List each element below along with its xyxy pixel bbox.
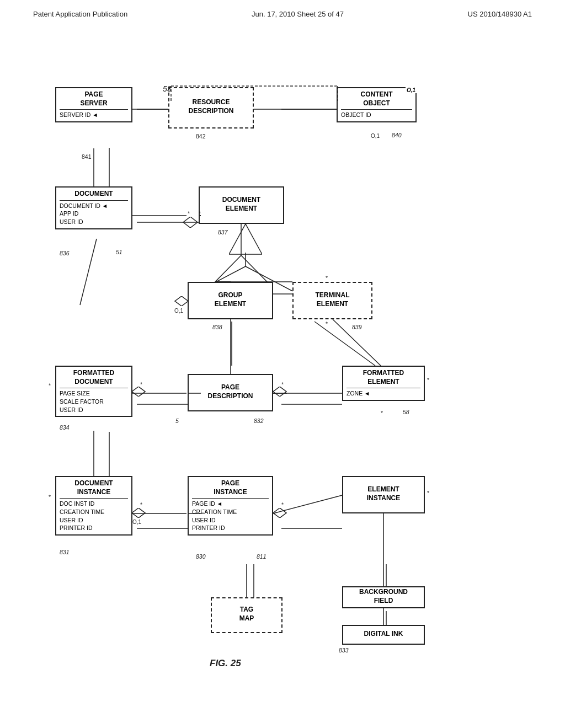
label-842: 842 — [196, 133, 206, 140]
diagram-area: PAGESERVER SERVER ID ◄ 841 RESOURCEDESCR… — [0, 24, 565, 686]
page-header: Patent Application Publication Jun. 17, … — [0, 0, 565, 18]
label-830: 830 — [196, 553, 206, 560]
svg-marker-16 — [175, 296, 188, 306]
inheritance-lines — [215, 255, 331, 283]
page-instance-fields: PAGE ID ◄ CREATION TIME USER ID PRINTER … — [192, 498, 269, 532]
formatted-element-box: FORMATTEDELEMENT ZONE ◄ — [342, 366, 425, 401]
ast-fmtdoc-left: * — [49, 382, 51, 389]
group-element-box: GROUPELEMENT — [188, 282, 273, 319]
ast-eleminst-right: * — [427, 490, 429, 496]
label-51: 51 — [116, 249, 122, 255]
ast-pagedesc-fmtelem: * — [281, 381, 284, 388]
inheritance-triangle — [229, 224, 262, 257]
label-831: 831 — [60, 549, 70, 555]
group-element-title: GROUPELEMENT — [215, 291, 246, 308]
svg-line-14 — [80, 239, 97, 305]
header-left: Patent Application Publication — [33, 10, 127, 18]
document-element-title: DOCUMENTELEMENT — [222, 196, 260, 213]
label-839: 839 — [352, 324, 362, 330]
label-832: 832 — [254, 417, 264, 424]
label-833: 833 — [339, 647, 349, 654]
content-object-title: CONTENTOBJECT — [341, 90, 412, 108]
document-instance-box: DOCUMENTINSTANCE DOC INST ID CREATION TI… — [55, 476, 132, 536]
svg-marker-20 — [132, 387, 145, 397]
ast-docinst-left: * — [49, 494, 51, 500]
diamond-pagedesc-fmtelem — [273, 387, 287, 397]
diamond-fmtdoc-pagedesc — [131, 387, 146, 397]
formatted-document-fields: PAGE SIZE SCALE FACTOR USER ID — [60, 388, 128, 414]
document-box: DOCUMENT DOCUMENT ID ◄ APP ID USER ID — [55, 186, 132, 229]
ast-doc-docelement-left: * — [188, 210, 190, 217]
document-element-box: DOCUMENTELEMENT — [199, 186, 284, 224]
header-center: Jun. 17, 2010 Sheet 25 of 47 — [252, 10, 344, 18]
ast-docinst-pageinst1: * — [140, 501, 142, 508]
ast-terminal-bottom: * — [326, 320, 328, 327]
digital-ink-box: DIGITAL INK — [342, 625, 425, 645]
svg-marker-15 — [183, 217, 198, 228]
ast-pageinst-eleminst: * — [281, 501, 284, 508]
resource-description-title: RESOURCEDESCRIPTION — [188, 98, 233, 115]
ast-terminal-top: * — [326, 275, 328, 281]
label-838: 838 — [212, 324, 222, 330]
diamond-doc-docelement — [182, 217, 199, 228]
connectors-svg — [0, 24, 565, 686]
label-53: 53 — [163, 84, 172, 93]
svg-line-19 — [240, 269, 306, 282]
element-instance-title: ELEMENTINSTANCE — [367, 485, 400, 502]
label-840: 840 — [392, 132, 402, 138]
page-server-fields: SERVER ID ◄ — [60, 109, 128, 119]
digital-ink-title: DIGITAL INK — [364, 630, 403, 639]
page-instance-title: PAGEINSTANCE — [192, 479, 269, 496]
label-837: 837 — [218, 229, 228, 235]
document-instance-fields: DOC INST ID CREATION TIME USER ID PRINTE… — [60, 498, 128, 532]
document-instance-title: DOCUMENTINSTANCE — [60, 479, 128, 496]
terminal-element-box: TERMINALELEMENT — [292, 282, 372, 319]
content-object-fields: OBJECT ID — [341, 109, 412, 119]
page-server-box: PAGESERVER SERVER ID ◄ — [55, 87, 132, 122]
label-o1-group: O,1 — [174, 308, 183, 314]
label-811: 811 — [257, 553, 266, 560]
figure-caption: FIG. 25 — [210, 658, 241, 669]
page-description-title: PAGEDESCRIPTION — [207, 383, 253, 400]
document-title: DOCUMENT — [60, 190, 128, 199]
page-server-title: PAGESERVER — [60, 90, 128, 108]
svg-marker-22 — [132, 508, 145, 518]
tag-map-box: TAGMAP — [211, 597, 282, 633]
label-841: 841 — [82, 153, 92, 160]
resource-description-box: RESOURCEDESCRIPTION — [168, 87, 254, 129]
svg-line-18 — [218, 269, 240, 282]
document-fields: DOCUMENT ID ◄ APP ID USER ID — [60, 200, 128, 226]
label-836: 836 — [60, 250, 70, 256]
formatted-document-box: FORMATTEDDOCUMENT PAGE SIZE SCALE FACTOR… — [55, 366, 132, 417]
label-o1-co: O,1 — [371, 133, 380, 139]
main-connectors — [0, 24, 565, 686]
page-description-box: PAGEDESCRIPTION — [188, 374, 273, 411]
diamond-docinst-pageinst — [131, 508, 146, 518]
header-right: US 2010/148930 A1 — [468, 10, 532, 18]
content-object-box: O,1 CONTENTOBJECT OBJECT ID — [337, 87, 417, 122]
svg-line-5 — [315, 322, 375, 366]
ast-fmtdoc-pagedesc1: * — [140, 381, 142, 388]
label-58: 58 — [403, 409, 409, 415]
diamond-group — [174, 296, 189, 306]
formatted-element-title: FORMATTEDELEMENT — [347, 369, 420, 386]
svg-marker-23 — [273, 508, 286, 518]
background-field-box: BACKGROUNDFIELD — [342, 586, 425, 608]
tag-map-title: TAGMAP — [239, 606, 254, 623]
ast-doc-docelement-right: * — [199, 210, 201, 217]
formatted-element-fields: ZONE ◄ — [347, 388, 420, 398]
ast-fmtelem-bottom: * — [381, 410, 383, 416]
ast-fmtelem-right: * — [427, 377, 429, 383]
terminal-element-title: TERMINALELEMENT — [316, 291, 350, 308]
formatted-document-title: FORMATTEDDOCUMENT — [60, 369, 128, 386]
label-o1-pageinst: O,1 — [132, 519, 141, 525]
diamond-pageinst-eleminst — [273, 508, 287, 518]
element-instance-box: ELEMENTINSTANCE — [342, 476, 425, 513]
page-instance-box: PAGEINSTANCE PAGE ID ◄ CREATION TIME USE… — [188, 476, 273, 536]
svg-marker-21 — [273, 387, 286, 397]
label-5: 5 — [175, 417, 179, 424]
background-field-title: BACKGROUNDFIELD — [359, 588, 408, 605]
label-834: 834 — [60, 424, 70, 431]
